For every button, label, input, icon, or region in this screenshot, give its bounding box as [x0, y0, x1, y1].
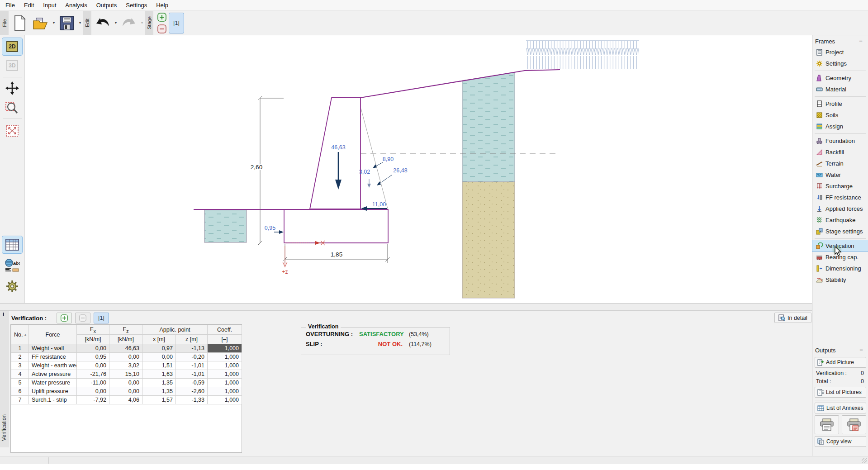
unit-coeff: [–]	[208, 335, 242, 344]
settings-icon	[816, 60, 823, 67]
sidebar-item-stability[interactable]: Stability	[812, 274, 868, 285]
selected-coeff-cell[interactable]: 1,000	[208, 344, 242, 353]
sidebar-item-settings[interactable]: Settings	[812, 58, 868, 69]
sidebar-item-foundation[interactable]: Foundation	[812, 135, 868, 147]
open-file-button[interactable]	[30, 12, 51, 34]
horizontal-splitter[interactable]	[0, 303, 868, 310]
sidebar-item-project[interactable]: Project	[812, 47, 868, 58]
menu-help[interactable]: Help	[152, 0, 173, 10]
undo-dropdown-caret[interactable]: ▾	[113, 21, 119, 25]
view-2d-button[interactable]: 2D	[2, 38, 22, 55]
outputs-verification-label: Verification :	[816, 370, 847, 376]
copy-view-button[interactable]: Copy view	[815, 436, 866, 447]
minus-icon	[157, 24, 166, 33]
zoom-select-icon	[5, 101, 19, 115]
sidebar-item-dimensioning[interactable]: Dimensioning	[812, 263, 868, 274]
sidebar-item-profile[interactable]: Profile	[812, 98, 868, 109]
menu-edit[interactable]: Edit	[19, 0, 38, 10]
undo-icon	[95, 16, 111, 30]
table-row[interactable]: 2FF resistance 0,950,00 0,00-0,20 1,000	[11, 353, 242, 361]
sidebar-item-surcharge[interactable]: Surcharge	[812, 180, 868, 192]
surcharge-icon	[816, 183, 823, 190]
table-row[interactable]: 3Weight - earth wedge 0,003,02 1,51-1,01…	[11, 361, 242, 370]
col-header-coeff[interactable]: Coeff.	[208, 325, 242, 335]
menu-settings[interactable]: Settings	[121, 0, 152, 10]
frames-minimize-button[interactable]: –	[857, 39, 864, 44]
open-dropdown-caret[interactable]: ▾	[51, 21, 57, 25]
stage-settings-icon: 21	[816, 228, 823, 235]
2d-icon: 2D	[6, 41, 18, 52]
results-box-title: Verification	[306, 323, 341, 330]
print-button[interactable]	[815, 415, 839, 434]
save-dropdown-caret[interactable]: ▾	[77, 21, 83, 25]
sidebar-item-water[interactable]: Water	[812, 169, 868, 180]
outputs-minimize-button[interactable]: –	[858, 348, 865, 353]
show-table-button[interactable]	[2, 236, 22, 253]
redo-button[interactable]	[119, 12, 139, 34]
undo-button[interactable]	[92, 12, 113, 34]
sidebar-item-material[interactable]: Material	[812, 84, 868, 95]
stage-1-button[interactable]: [1]	[169, 13, 184, 33]
drawing-canvas[interactable]: 2,60 1,85 +z 46,63 8,90 3,02 26,48 11,00…	[25, 35, 812, 303]
list-of-pictures-button[interactable]: List of Pictures	[815, 387, 866, 398]
menu-analysis[interactable]: Analysis	[61, 0, 91, 10]
abc-label-icon: Abc	[5, 259, 20, 272]
verification-results-box: Verification OVERTURNING : SATISFACTORY …	[301, 327, 450, 355]
save-floppy-icon	[59, 15, 75, 31]
gear-icon	[5, 279, 19, 294]
sidebar-item-earthquake[interactable]: Earthquake	[812, 214, 868, 226]
new-file-button[interactable]	[9, 12, 30, 34]
view-3d-button[interactable]: 3D	[2, 57, 22, 74]
menu-outputs[interactable]: Outputs	[92, 0, 122, 10]
pan-button[interactable]	[2, 80, 22, 97]
col-header-applic-point[interactable]: Applic. point	[142, 325, 208, 335]
sidebar-item-assign[interactable]: Assign	[812, 121, 868, 132]
list-of-annexes-button[interactable]: List of Annexes	[815, 403, 866, 413]
sidebar-item-terrain[interactable]: Terrain	[812, 158, 868, 169]
unit-x: x [m]	[142, 335, 176, 344]
surcharge-load	[526, 41, 639, 69]
stability-icon	[816, 276, 823, 284]
sidebar-item-stage-settings[interactable]: 21 Stage settings	[812, 226, 868, 237]
menu-file[interactable]: File	[1, 0, 19, 10]
annotation-button[interactable]: Abc	[2, 257, 22, 274]
resize-grip-icon[interactable]	[862, 458, 867, 463]
menu-input[interactable]: Input	[38, 0, 61, 10]
axis-marks: +z	[282, 241, 325, 275]
sidebar-item-backfill[interactable]: Backfill	[812, 147, 868, 158]
in-detail-button[interactable]: In detail	[774, 313, 811, 323]
table-row[interactable]: 5Water pressure -11,000,00 1,35-0,59 1,0…	[11, 379, 242, 387]
col-header-fx[interactable]: Fx	[77, 325, 109, 335]
water-pond	[204, 210, 247, 242]
remove-verification-button[interactable]	[75, 313, 90, 323]
add-stage-button[interactable]	[157, 12, 167, 22]
col-header-no[interactable]: No. ▴	[11, 325, 29, 344]
table-row[interactable]: 7Surch.1 - strip -7,924,06 1,57-1,33 1,0…	[11, 396, 242, 404]
print-settings-button[interactable]	[842, 415, 866, 434]
sidebar-item-soils[interactable]: Soils	[812, 109, 868, 121]
add-picture-button[interactable]: Add Picture	[815, 357, 866, 368]
dimensioning-icon	[816, 265, 823, 272]
remove-stage-button[interactable]	[157, 24, 167, 34]
drawing-settings-button[interactable]	[2, 278, 22, 295]
plus-icon	[61, 314, 68, 322]
table-row[interactable]: 1Weight - wall 0,0046,63 0,97-1,13 1,000	[11, 344, 242, 353]
bearing-cap-icon	[816, 254, 823, 261]
sidebar-item-applied-forces[interactable]: Applied forces	[812, 203, 868, 214]
sidebar-item-geometry[interactable]: Geometry	[812, 72, 868, 84]
save-file-button[interactable]	[57, 12, 77, 34]
list-of-annexes-icon	[817, 405, 824, 411]
zoom-fit-button[interactable]	[2, 122, 22, 139]
verification-1-toggle[interactable]: [1]	[94, 313, 109, 323]
add-verification-button[interactable]	[57, 313, 72, 323]
zoom-button[interactable]	[2, 100, 22, 117]
table-row[interactable]: 6Uplift pressure 0,000,00 1,35-2,60 1,00…	[11, 387, 242, 396]
main-toolbar: File ▾ ▾ Edit ▾	[0, 11, 868, 35]
sidebar-item-ff-resistance[interactable]: FF resistance	[812, 192, 868, 203]
panel-handle[interactable]: I	[3, 312, 4, 317]
table-row[interactable]: 4Active pressure -21,7615,10 1,63-1,01 1…	[11, 370, 242, 379]
unit-z: z [m]	[176, 335, 208, 344]
col-header-force[interactable]: Force	[29, 325, 77, 344]
col-header-fz[interactable]: Fz	[109, 325, 142, 335]
verification-side-tab[interactable]: I Verification	[0, 311, 9, 447]
